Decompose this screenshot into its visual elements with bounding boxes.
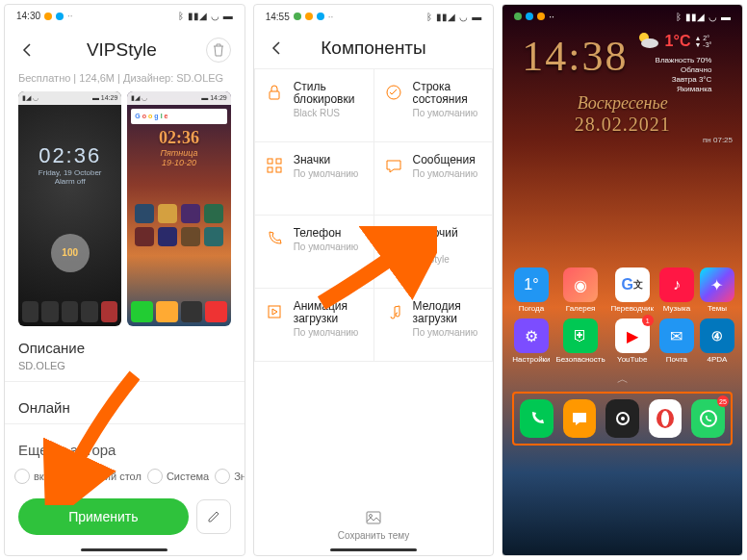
preview-battery-circle: 100 [51, 234, 90, 272]
app-gallery[interactable]: ◉Галерея [556, 267, 605, 313]
preview-day: Пятница [127, 148, 230, 158]
preview-date: Friday, 19 October [18, 168, 121, 177]
chip-lockscreen[interactable]: вки [14, 469, 50, 484]
dock-camera[interactable] [605, 399, 639, 438]
component-desktop[interactable]: Рабочий столVIPStyle [374, 216, 494, 289]
chip-system[interactable]: Система [147, 469, 209, 484]
status-time: 14:30 [16, 11, 40, 21]
status-bar: 14:55 ·· ᛒ ▮▮◢ ◡ ▬ [254, 5, 494, 28]
status-right-icons: ᛒ ▮▮◢ ◡ ▬ [178, 11, 233, 21]
notif-dot-icon [294, 13, 301, 20]
signal-icon: ▮▮◢ [188, 11, 207, 21]
preview-lockscreen[interactable]: ▮◢ ◡▬ 14:29 02:36 Friday, 19 October Ala… [18, 91, 121, 327]
app-themes[interactable]: ✦Темы [700, 267, 734, 313]
svg-point-10 [641, 38, 658, 48]
app-mail[interactable]: ✉Почта [659, 318, 694, 364]
dock-messages[interactable] [563, 399, 597, 438]
weather-humidity: Влажность 70% [656, 56, 712, 64]
app-security[interactable]: ⛨Безопасность [556, 318, 605, 364]
message-icon [384, 156, 403, 175]
component-boot-sound[interactable]: Мелодия загрузкиПо умолчанию [374, 289, 494, 362]
delete-button[interactable] [206, 38, 231, 63]
signal-icon: ▮▮◢ [685, 12, 705, 22]
more-notif-icon: ·· [328, 12, 334, 22]
more-notif-icon: ·· [67, 11, 73, 21]
notif-dot-icon [526, 13, 533, 20]
notif-dot-icon [44, 13, 52, 20]
battery-icon: ▬ [223, 11, 233, 21]
wifi-icon: ◡ [459, 12, 468, 22]
date-label: 28.02.2021 [502, 114, 742, 136]
day-label: Воскресенье [502, 93, 742, 114]
svg-point-14 [661, 411, 669, 426]
notif-dot-icon [514, 13, 522, 20]
app-settings[interactable]: ⚙Настройки [512, 318, 550, 364]
weather-location: Якиманка [677, 85, 711, 93]
preview-homescreen[interactable]: ▮◢ ◡▬ 14:29 Google 02:36 Пятница 19-10-2… [127, 91, 230, 327]
phone-screenshot-3: ·· ᛒ ▮▮◢ ◡ ▬ 14:38 1°C ▲ 2°▼ -3° Влажнос… [502, 4, 743, 556]
apply-button[interactable]: Применить [18, 498, 189, 535]
status-bar: ·· ᛒ ▮▮◢ ◡ ▬ [502, 5, 742, 28]
page-title: Компоненты [287, 38, 461, 59]
dock-phone[interactable] [520, 399, 554, 438]
home-icon [384, 229, 403, 248]
app-weather[interactable]: 1°Погода [512, 267, 550, 313]
component-statusbar[interactable]: Строка состоянияПо умолчанию [374, 69, 494, 142]
customize-button[interactable] [196, 499, 231, 534]
wifi-icon: ◡ [211, 11, 219, 21]
author-name: SD.OLEG [5, 360, 245, 377]
component-messages[interactable]: СообщенияПо умолчанию [374, 142, 494, 216]
preview-search-bar: Google [131, 109, 226, 124]
preview-date2: 19-10-20 [127, 158, 230, 167]
page-title: VIPStyle [38, 39, 206, 61]
svg-point-12 [621, 417, 625, 420]
clock-widget[interactable]: 14:38 [522, 32, 628, 93]
component-phone[interactable]: ТелефонПо умолчанию [255, 216, 374, 289]
lock-icon [265, 83, 284, 102]
phone-screenshot-2: 14:55 ·· ᛒ ▮▮◢ ◡ ▬ Компоненты Стиль блок… [253, 4, 495, 556]
preview-time: 02:36 [127, 128, 230, 148]
component-lockstyle[interactable]: Стиль блокировкиBlack RUS [255, 69, 374, 142]
home-indicator[interactable] [330, 548, 417, 551]
app-music[interactable]: ♪Музыка [659, 267, 694, 313]
weather-temp: 1°C [665, 33, 691, 50]
phone-icon [265, 229, 284, 248]
battery-icon: ▬ [472, 12, 481, 22]
animation-icon [265, 302, 284, 321]
theme-info-text: Бесплатно | 124,6M | Дизайнер: SD.OLEG [5, 72, 245, 91]
back-button[interactable] [18, 40, 38, 60]
picture-icon [365, 509, 382, 526]
bluetooth-icon: ᛒ [676, 12, 682, 22]
app-translate[interactable]: G文Переводчик [611, 267, 654, 313]
description-heading: Описание [5, 326, 245, 360]
app-4pda[interactable]: ④4PDA [700, 318, 734, 364]
app-youtube[interactable]: ▶1YouTube [611, 318, 654, 364]
theme-previews: ▮◢ ◡▬ 14:29 02:36 Friday, 19 October Ala… [5, 91, 245, 327]
status-right-icons: ᛒ ▮▮◢ ◡ ▬ [426, 12, 481, 22]
notif-dot-icon [305, 13, 313, 20]
home-apps-grid: 1°Погода ◉Галерея G文Переводчик ♪Музыка ✦… [502, 260, 742, 371]
swipe-up-icon[interactable]: ︿ [502, 371, 742, 388]
signal-icon: ▮▮◢ [436, 12, 455, 22]
save-theme-button[interactable]: Сохранить тему [338, 509, 410, 541]
back-button[interactable] [268, 38, 287, 58]
status-right-icons: ᛒ ▮▮◢ ◡ ▬ [676, 12, 731, 22]
dock-whatsapp[interactable]: 25 [691, 399, 725, 438]
home-indicator[interactable] [81, 548, 167, 551]
svg-rect-2 [268, 159, 272, 164]
grid-icon [265, 156, 284, 175]
chip-desktop[interactable]: Рабочий стол [56, 469, 142, 484]
svg-rect-6 [269, 306, 280, 318]
component-icons[interactable]: ЗначкиПо умолчанию [255, 142, 374, 216]
statusbar-icon [384, 83, 403, 102]
online-heading: Онлайн [5, 386, 245, 420]
battery-icon: ▬ [721, 12, 731, 22]
preview-time: 02:36 [18, 143, 121, 168]
dock-opera[interactable] [649, 399, 683, 438]
status-time: 14:55 [266, 12, 290, 22]
component-boot-animation[interactable]: Анимация загрузкиПо умолчанию [255, 289, 374, 362]
weather-widget[interactable]: 1°C ▲ 2°▼ -3° Влажность 70% Облачно Завт… [634, 28, 712, 93]
svg-rect-3 [276, 159, 281, 164]
svg-rect-5 [276, 167, 281, 172]
chip-icons[interactable]: Зна [215, 469, 244, 484]
